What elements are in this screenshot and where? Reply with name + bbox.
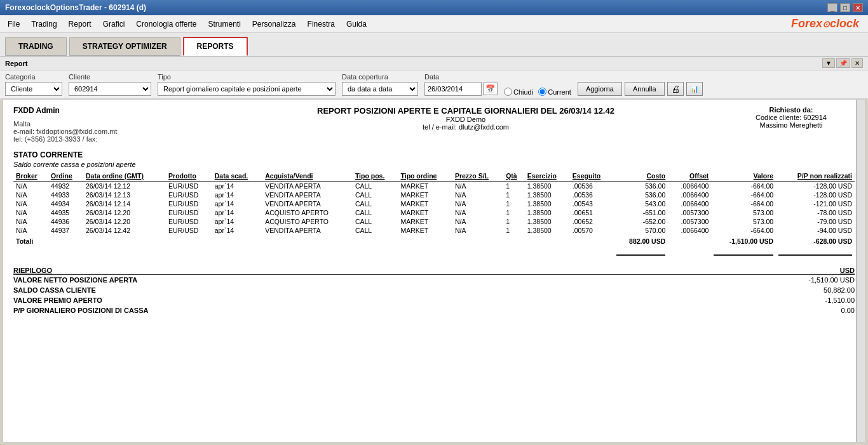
summary-title-text: RIEPILOGO: [13, 267, 52, 274]
nome-cliente: Massimo Mereghetti: [728, 121, 855, 129]
table-row: N/A 44937 26/03/14 12.42 EUR/USD apr`14 …: [13, 226, 855, 235]
report-subtitle: FXDD Demo: [204, 116, 728, 123]
data-copertura-group: Data copertura da data a data: [342, 73, 418, 96]
col-prodotto: Prodotto: [166, 171, 212, 182]
table-row: N/A 44934 26/03/14 12.14 EUR/USD apr`14 …: [13, 199, 855, 208]
radio-chiudi[interactable]: [504, 88, 512, 96]
menu-trading[interactable]: Trading: [26, 18, 62, 30]
panel-pin-icon[interactable]: 📌: [836, 58, 850, 68]
col-valore: Valore: [711, 171, 776, 182]
menu-personalizza[interactable]: Personalizza: [247, 18, 301, 30]
total-valore: -1,510.00 USD: [711, 235, 776, 246]
col-tipo-pos: Tipo pos.: [353, 171, 398, 182]
table-row: N/A 44933 26/03/14 12.13 EUR/USD apr`14 …: [13, 190, 855, 199]
cliente-group: Cliente 602914: [69, 73, 151, 96]
saldo-label: Saldo corrente cassa e posizioni aperte: [13, 161, 855, 168]
menu-report[interactable]: Report: [64, 18, 97, 30]
window-title: ForexoclockOptionsTrader - 602914 (d): [5, 3, 146, 12]
col-tipo-ordine: Tipo ordine: [398, 171, 452, 182]
radio-chiudi-label[interactable]: Chiudi: [504, 88, 533, 96]
categoria-label: Categoria: [5, 73, 62, 81]
logo-clock-icon: ⊙: [822, 19, 830, 29]
col-esercizio: Esercizio: [525, 171, 570, 182]
summary-row: VALORE PREMIO APERTO -1,510.00: [13, 295, 855, 305]
data-input[interactable]: [424, 82, 482, 96]
annulla-button[interactable]: Annulla: [625, 82, 665, 96]
table-row: N/A 44935 26/03/14 12.20 EUR/USD apr`14 …: [13, 208, 855, 217]
company-email: e-mail: fxddoptions@fxdd.com.mt: [13, 128, 204, 135]
menu-finestra[interactable]: Finestra: [302, 18, 340, 30]
report-title-block: REPORT POSIZIONI APERTE E CAPITALE GIORN…: [204, 106, 728, 143]
data-copertura-label: Data copertura: [342, 73, 418, 81]
richiesto-da-label: Richiesto da:: [728, 106, 855, 114]
table-header-row: Broker Ordine Data ordine (GMT) Prodotto…: [13, 171, 855, 182]
menu-grafici[interactable]: Grafici: [98, 18, 130, 30]
radio-current-label[interactable]: Current: [538, 88, 571, 96]
tipo-select[interactable]: Report giornaliero capitale e posizioni …: [158, 82, 336, 96]
radio-group: Chiudi Current: [504, 88, 571, 96]
categoria-group: Categoria Cliente: [5, 73, 62, 96]
menubar: File Trading Report Grafici Cronologia o…: [0, 15, 868, 33]
close-btn[interactable]: ✕: [853, 3, 863, 12]
panel-close-icon[interactable]: ✕: [851, 58, 863, 68]
menu-cronologia[interactable]: Cronologia offerte: [131, 18, 201, 30]
col-acquista-vendi: Acquista/Vendi: [262, 171, 353, 182]
print-button[interactable]: 🖨: [667, 82, 684, 96]
menu-file[interactable]: File: [3, 18, 25, 30]
company-block: FXDD Admin Malta e-mail: fxddoptions@fxd…: [13, 106, 204, 143]
aggiorna-button[interactable]: Aggiorna: [578, 82, 622, 96]
col-eseguito: Eseguito: [570, 171, 614, 182]
tabbar: TRADING STRATEGY OPTIMIZER REPORTS: [0, 33, 868, 56]
totals-row: Totali 882.00 USD -1,510.00 USD -628.00 …: [13, 235, 855, 246]
export-button[interactable]: 📊: [686, 82, 703, 96]
cliente-select[interactable]: 602914: [69, 82, 151, 96]
col-broker: Broker: [13, 171, 48, 182]
total-costo: 882.00 USD: [614, 235, 668, 246]
categoria-select[interactable]: Cliente: [5, 82, 62, 96]
menu-guida[interactable]: Guida: [341, 18, 372, 30]
requester-block: Richiesto da: Codice cliente: 602914 Mas…: [728, 106, 855, 143]
table-row: N/A 44932 26/03/14 12.12 EUR/USD apr`14 …: [13, 182, 855, 191]
col-costo: Costo: [614, 171, 668, 182]
tipo-group: Tipo Report giornaliero capitale e posiz…: [158, 73, 336, 96]
panel-collapse-icon[interactable]: ▼: [822, 58, 835, 68]
totals-underline-row: [13, 246, 855, 256]
window-controls: _ □ ✕: [827, 3, 863, 12]
company-address: Malta: [13, 120, 204, 128]
tipo-label: Tipo: [158, 73, 336, 81]
tab-trading[interactable]: TRADING: [5, 37, 67, 56]
menu-items: File Trading Report Grafici Cronologia o…: [3, 18, 372, 30]
radio-current[interactable]: [538, 88, 546, 96]
summary-row: VALORE NETTO POSIZIONE APERTA -1,510.00 …: [13, 275, 855, 285]
titlebar: ForexoclockOptionsTrader - 602914 (d) _ …: [0, 0, 868, 15]
data-group: Data 📅: [424, 73, 498, 96]
report-tel-email: tel / e-mail: dlutz@fxdd.com: [204, 123, 728, 131]
col-prezzo: Prezzo S/L: [452, 171, 503, 182]
logo-clock-text: clock: [830, 17, 859, 30]
report-header: FXDD Admin Malta e-mail: fxddoptions@fxd…: [13, 106, 855, 143]
minimize-btn[interactable]: _: [827, 3, 837, 12]
tab-strategy-optimizer[interactable]: STRATEGY OPTIMIZER: [69, 37, 180, 56]
calendar-icon[interactable]: 📅: [483, 83, 498, 95]
summary-title-row: RIEPILOGO USD: [13, 267, 855, 275]
total-pp: -628.00 USD: [776, 235, 855, 246]
maximize-btn[interactable]: □: [840, 3, 850, 12]
summary-section: RIEPILOGO USD VALORE NETTO POSIZIONE APE…: [13, 267, 855, 315]
logo-forex: Forex: [791, 17, 822, 30]
summary-row: P/P GIORNALIERO POSIZIONI DI CASSA 0.00: [13, 305, 855, 315]
data-copertura-select[interactable]: da data a data: [342, 82, 418, 96]
summary-currency: USD: [840, 267, 855, 274]
summary-row: SALDO CASSA CLIENTE 50,882.00: [13, 285, 855, 295]
cliente-label: Cliente: [69, 73, 151, 81]
col-data-scad: Data scad.: [212, 171, 263, 182]
col-data-ordine: Data ordine (GMT): [83, 171, 166, 182]
table-row: N/A 44936 26/03/14 12.20 EUR/USD apr`14 …: [13, 217, 855, 226]
tab-reports[interactable]: REPORTS: [183, 37, 248, 56]
scrollbar[interactable]: [856, 100, 865, 442]
stato-corrente-header: STATO CORRENTE: [13, 150, 855, 159]
filter-bar: Categoria Cliente Cliente 602914 Tipo Re…: [0, 70, 868, 99]
menu-strumenti[interactable]: Strumenti: [203, 18, 245, 30]
codice-cliente: Codice cliente: 602914: [728, 114, 855, 121]
col-offset: Offset: [668, 171, 711, 182]
positions-table: Broker Ordine Data ordine (GMT) Prodotto…: [13, 171, 855, 256]
